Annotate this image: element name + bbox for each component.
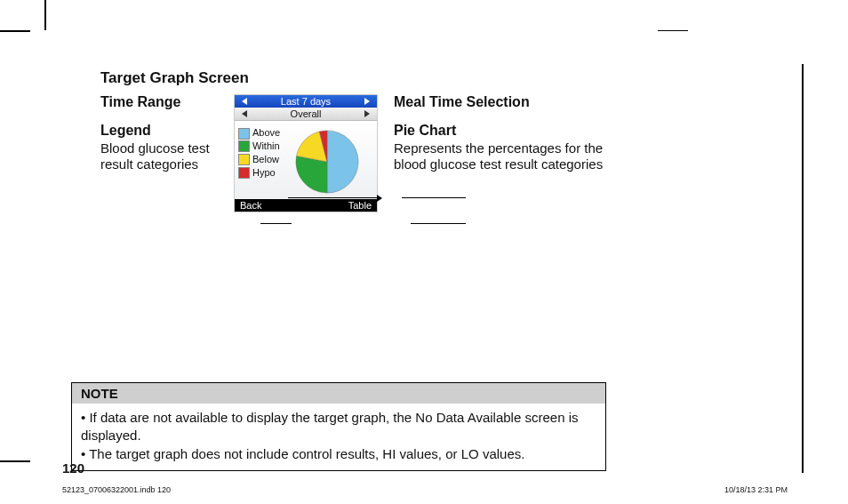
crop-mark: [44, 0, 46, 30]
callout-legend-body: Blood glucose test result categories: [100, 140, 234, 172]
device-pie-chart: [280, 124, 373, 199]
callout-pie-chart-body: Represents the percentages for the blood…: [394, 140, 634, 172]
leader-line-pie-chart: [411, 223, 466, 224]
footer-timestamp: 10/18/13 2:31 PM: [724, 485, 788, 494]
device-time-range-bar[interactable]: Last 7 days: [235, 95, 377, 108]
swatch-hypo-icon: [238, 167, 250, 179]
note-box: NOTE • If data are not available to disp…: [71, 382, 606, 471]
chevron-right-icon[interactable]: [364, 110, 370, 117]
legend-label-below: Below: [252, 154, 279, 164]
swatch-within-icon: [238, 140, 250, 152]
legend-item-below: Below: [238, 153, 280, 166]
callout-time-range-heading: Time Range: [100, 94, 234, 110]
page-content: Target Graph Screen Time Range Legend Bl…: [62, 53, 791, 212]
pie-slice-above: [327, 131, 358, 193]
callout-pie-chart-heading: Pie Chart: [394, 123, 634, 139]
note-bullet-text: If data are not available to display the…: [81, 410, 579, 443]
leader-line-legend: [260, 223, 292, 224]
callout-meal-time-heading: Meal Time Selection: [394, 94, 634, 110]
callout-legend-heading: Legend: [100, 123, 234, 139]
leader-line-time-range: [288, 197, 381, 198]
note-heading: NOTE: [72, 383, 605, 404]
leader-line-meal-time: [402, 197, 466, 198]
footer-file-info: 52123_07006322001.indb 120: [62, 485, 171, 494]
crop-mark: [0, 460, 30, 462]
device-time-range-label: Last 7 days: [281, 96, 331, 107]
note-content: • If data are not available to display t…: [72, 404, 605, 470]
legend-item-hypo: Hypo: [238, 166, 280, 180]
legend-label-hypo: Hypo: [252, 167, 276, 178]
swatch-below-icon: [238, 154, 250, 165]
pie-slice-within: [295, 156, 326, 193]
chevron-right-icon[interactable]: [364, 98, 370, 105]
legend-label-above: Above: [252, 127, 280, 138]
crop-mark: [0, 30, 30, 32]
device-meal-time-label: Overall: [291, 108, 322, 119]
legend-label-within: Within: [252, 140, 280, 151]
crop-mark: [658, 30, 688, 31]
device-meal-time-bar[interactable]: Overall: [235, 108, 377, 121]
note-bullet: • If data are not available to display t…: [81, 409, 596, 445]
device-back-button[interactable]: Back: [240, 200, 261, 211]
page-title: Target Graph Screen: [100, 69, 791, 87]
device-legend: Above Within Below Hypo: [238, 124, 280, 199]
device-screenshot: Last 7 days Overall Above Within Below H…: [234, 94, 378, 212]
legend-item-above: Above: [238, 126, 280, 140]
chevron-left-icon[interactable]: [242, 110, 247, 117]
note-bullet-text: The target graph does not include contro…: [89, 446, 524, 461]
device-table-button[interactable]: Table: [348, 200, 372, 211]
chevron-left-icon[interactable]: [242, 98, 247, 105]
page-number: 120: [62, 460, 84, 476]
legend-item-within: Within: [238, 140, 280, 153]
swatch-above-icon: [238, 128, 250, 140]
note-bullet: • The target graph does not include cont…: [81, 445, 596, 463]
page-right-edge: [802, 64, 804, 473]
